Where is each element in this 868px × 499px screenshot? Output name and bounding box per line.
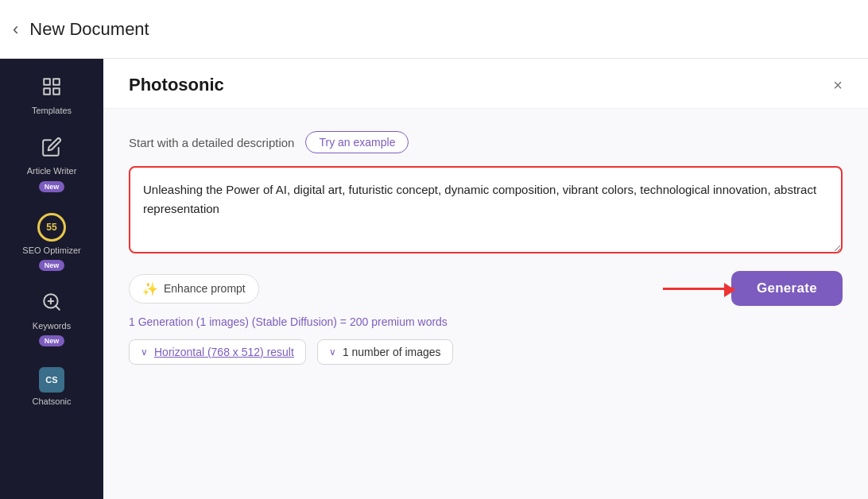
main-layout: Templates Article Writer New 55 SEO Opti… <box>0 59 868 499</box>
prompt-textarea[interactable] <box>129 166 843 253</box>
panel-title: Photosonic <box>129 75 224 95</box>
templates-label: Templates <box>32 105 72 116</box>
enhance-label: Enhance prompt <box>164 282 246 295</box>
description-row: Start with a detailed description Try an… <box>129 131 843 153</box>
sidebar: Templates Article Writer New 55 SEO Opti… <box>0 59 103 499</box>
keywords-icon <box>41 292 62 317</box>
chatsonic-icon: CS <box>39 367 64 393</box>
sidebar-item-keywords[interactable]: Keywords New <box>6 284 97 353</box>
page-title: New Document <box>29 19 149 40</box>
images-chevron-icon: ∨ <box>329 346 336 358</box>
templates-icon <box>41 76 62 102</box>
red-arrow <box>663 288 734 290</box>
result-label: Horizontal (768 x 512) result <box>154 346 294 358</box>
close-button[interactable]: × <box>833 76 843 95</box>
arrow-generate-row: Generate <box>663 271 843 306</box>
sidebar-item-seo-optimizer[interactable]: 55 SEO Optimizer New <box>6 205 97 277</box>
article-writer-badge: New <box>39 181 65 192</box>
article-writer-icon <box>41 137 62 162</box>
article-writer-label: Article Writer <box>27 165 77 176</box>
generate-button[interactable]: Generate <box>731 271 843 306</box>
panel-body: Start with a detailed description Try an… <box>103 109 868 499</box>
options-row: ∨ Horizontal (768 x 512) result ∨ 1 numb… <box>129 339 843 365</box>
images-label: 1 number of images <box>343 346 441 358</box>
enhance-prompt-button[interactable]: ✨ Enhance prompt <box>129 274 259 304</box>
back-button[interactable]: ‹ <box>13 21 18 38</box>
svg-rect-0 <box>44 79 50 85</box>
svg-rect-3 <box>53 88 60 95</box>
svg-rect-2 <box>44 88 50 95</box>
keywords-badge: New <box>39 335 65 346</box>
svg-line-5 <box>56 306 60 310</box>
seo-optimizer-label: SEO Optimizer <box>22 245 80 256</box>
generation-info: 1 Generation (1 images) (Stable Diffusio… <box>129 315 843 328</box>
enhance-icon: ✨ <box>142 281 158 296</box>
panel-header: Photosonic × <box>103 59 868 109</box>
sidebar-item-article-writer[interactable]: Article Writer New <box>6 129 97 198</box>
seo-optimizer-badge: New <box>39 260 65 271</box>
keywords-label: Keywords <box>33 320 71 331</box>
sidebar-item-chatsonic[interactable]: CS Chatsonic <box>6 359 97 413</box>
sidebar-item-templates[interactable]: Templates <box>6 68 97 122</box>
images-dropdown[interactable]: ∨ 1 number of images <box>317 339 453 365</box>
result-chevron-icon: ∨ <box>141 346 148 358</box>
try-example-button[interactable]: Try an example <box>305 131 409 153</box>
seo-circle: 55 <box>37 213 66 242</box>
chatsonic-label: Chatsonic <box>33 396 72 407</box>
svg-rect-1 <box>53 79 60 85</box>
result-dropdown[interactable]: ∨ Horizontal (768 x 512) result <box>129 339 306 365</box>
top-bar: ‹ New Document <box>0 0 868 59</box>
description-label: Start with a detailed description <box>129 136 294 149</box>
actions-row: ✨ Enhance prompt Generate <box>129 271 843 306</box>
content-area: Photosonic × Start with a detailed descr… <box>103 59 868 499</box>
